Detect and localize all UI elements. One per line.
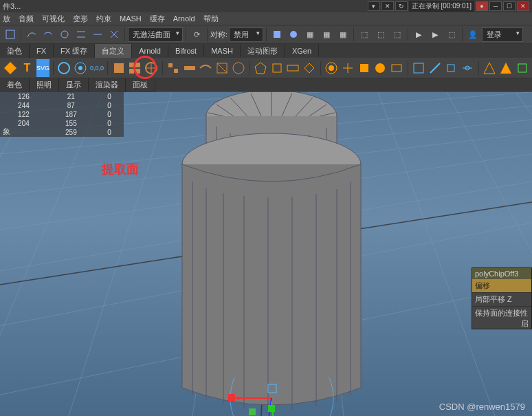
close-button[interactable]: ✕ (517, 1, 529, 11)
shelf-button[interactable] (390, 59, 404, 77)
curve-icon[interactable] (57, 27, 72, 42)
titlebar-icon[interactable]: ✕ (381, 1, 394, 11)
toolbar-icon[interactable] (3, 27, 18, 42)
move-gizmo[interactable] (227, 377, 351, 416)
menu-item[interactable]: 音频 (19, 14, 34, 24)
viewport-menu-item[interactable]: 着色 (0, 78, 30, 92)
curve-icon[interactable] (24, 27, 39, 42)
menu-item[interactable]: 放 (3, 14, 10, 24)
viewport-menu-item[interactable]: 照明 (30, 78, 59, 92)
cylinder-mesh[interactable] (162, 92, 381, 415)
shelf-button[interactable] (357, 59, 371, 77)
attr-row[interactable]: 局部平移 Z (472, 292, 531, 306)
shelf-button[interactable] (340, 59, 355, 77)
shelf-button[interactable] (498, 59, 513, 77)
login-dropdown[interactable]: 登录 (482, 28, 523, 42)
shelf-tab[interactable]: 运动图形 (241, 44, 285, 58)
attr-node[interactable]: polyChipOff3 (472, 268, 531, 279)
text-icon[interactable]: T (20, 59, 34, 77)
menu-item[interactable]: 缓存 (150, 14, 165, 24)
shelf-button[interactable] (74, 59, 88, 77)
viewport-3d[interactable]: 126210 244870 1221870 2041550 2590 象 提取面… (0, 92, 532, 416)
attr-header[interactable]: 偏移 (472, 279, 531, 292)
menu-item[interactable]: 可视化 (42, 14, 65, 24)
svg-rect-11 (129, 69, 134, 74)
shelf-tabs: 染色 FX FX 缓存 自定义 Arnold Bifrost MASH 运动图形… (0, 44, 532, 58)
shelf-button[interactable] (461, 59, 475, 77)
shelf-tab[interactable]: 染色 (0, 44, 30, 58)
curve-icon[interactable] (74, 27, 89, 42)
shelf-button[interactable] (483, 59, 497, 77)
shelf-button[interactable] (411, 59, 425, 77)
channel-row[interactable]: 2590 (0, 128, 124, 137)
minimize-button[interactable]: ─ (489, 1, 502, 11)
toolbar-icon[interactable]: ▦ (319, 27, 334, 42)
symmetry-dropdown[interactable]: 禁用 (229, 28, 263, 42)
shelf-tab[interactable]: XGen (285, 45, 319, 57)
toolbar-icon[interactable]: ⬚ (390, 27, 405, 42)
toolbar-icon[interactable]: ⬚ (357, 27, 372, 42)
user-icon[interactable]: 👤 (465, 27, 480, 42)
shelf-button[interactable] (286, 59, 300, 77)
shelf-button[interactable] (302, 59, 317, 77)
shelf-button[interactable] (373, 59, 388, 77)
toolbar-icon[interactable]: ▦ (302, 27, 318, 42)
channel-row[interactable]: 244870 (0, 101, 124, 110)
viewport-menu-item[interactable]: 面板 (126, 78, 155, 92)
shelf-button[interactable] (253, 59, 267, 77)
shelf-button[interactable]: 0,0,0 (90, 59, 104, 77)
shelf-tab[interactable]: FX 缓存 (54, 44, 95, 58)
svg-point-80 (230, 377, 333, 416)
render-icon[interactable]: ▶ (411, 27, 426, 42)
channel-row[interactable]: 2041550 (0, 119, 124, 128)
menu-item[interactable]: 帮助 (203, 14, 219, 24)
shelf-button[interactable] (444, 59, 458, 77)
shelf-tab[interactable]: FX (30, 45, 54, 57)
attr-row[interactable]: 保持面的连接性 启 (472, 306, 531, 320)
shelf-button[interactable] (166, 59, 180, 77)
viewport-menu-item[interactable]: 渲染器 (89, 78, 126, 92)
shelf-button[interactable] (57, 59, 71, 77)
shelf-button[interactable] (111, 59, 126, 77)
shelf-tab[interactable]: Bifrost (168, 45, 204, 57)
shelf-button[interactable] (199, 59, 213, 77)
shelf-button[interactable] (515, 59, 529, 77)
curve-icon[interactable] (107, 27, 122, 42)
channel-row[interactable]: 1221870 (0, 110, 124, 119)
shelf-tab[interactable]: 自定义 (95, 44, 132, 58)
menu-item[interactable]: 变形 (73, 14, 88, 24)
shelf-button[interactable] (324, 59, 338, 77)
extract-face-button[interactable] (128, 59, 142, 77)
menu-item[interactable]: MASH (120, 14, 142, 23)
menu-item[interactable]: Arnold (173, 14, 195, 23)
toolbar-icon[interactable] (269, 27, 285, 42)
preset-dropdown[interactable]: 无激活曲面 (128, 28, 183, 42)
shelf-button[interactable] (215, 59, 230, 77)
shelf-tab[interactable]: MASH (204, 45, 241, 57)
shelf-button[interactable] (144, 59, 159, 77)
svg-rect-16 (184, 66, 195, 70)
svg-icon[interactable]: SVG (36, 59, 49, 77)
toolbar-icon[interactable] (286, 27, 301, 42)
channel-row[interactable]: 126210 (0, 92, 124, 101)
shelf-tab[interactable]: Arnold (132, 45, 168, 57)
render-icon[interactable]: ⬚ (444, 27, 459, 42)
curve-icon[interactable] (41, 27, 56, 42)
render-icon[interactable]: ▶ (428, 27, 443, 42)
shelf-button[interactable] (269, 59, 284, 77)
toolbar-icon[interactable]: ⬚ (373, 27, 388, 42)
record-button[interactable]: ● (476, 1, 488, 11)
maximize-button[interactable]: ☐ (503, 1, 516, 11)
shelf-button[interactable] (232, 59, 246, 77)
shelf-button[interactable] (428, 59, 442, 77)
titlebar-icon[interactable]: ▾ (368, 1, 380, 11)
toolbar-icon[interactable]: ▦ (335, 27, 351, 42)
shelf-button[interactable] (182, 59, 197, 77)
shelf-button[interactable] (3, 59, 18, 77)
titlebar-icon[interactable]: ↻ (395, 1, 408, 11)
curve-icon[interactable] (90, 27, 105, 42)
menu-item[interactable]: 约束 (96, 14, 111, 24)
viewport-menu-item[interactable]: 显示 (59, 78, 89, 92)
separator (162, 61, 163, 75)
toolbar-icon[interactable]: ⟳ (189, 27, 204, 42)
